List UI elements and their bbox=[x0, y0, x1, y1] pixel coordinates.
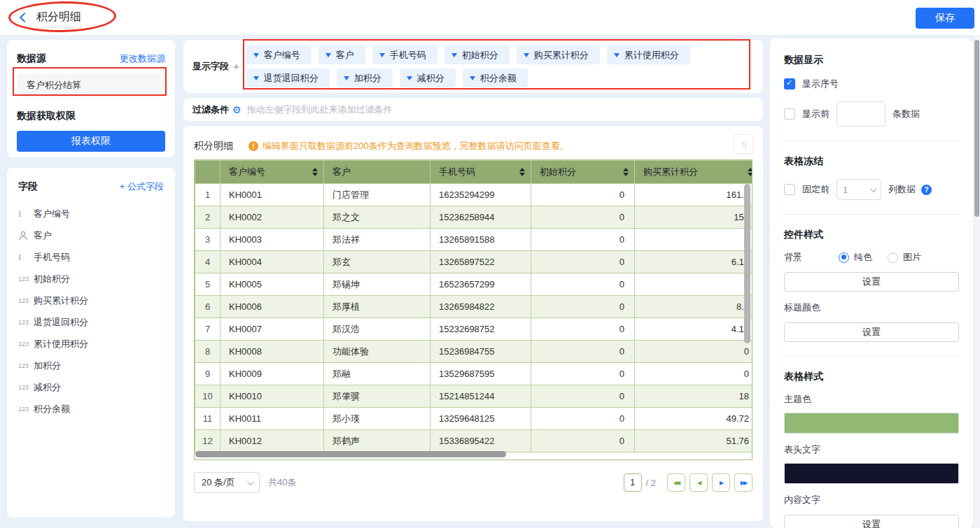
table-cell: 18 bbox=[635, 385, 753, 408]
content-text-set-button[interactable]: 设置 bbox=[784, 515, 959, 528]
first-page-button[interactable]: ◀◀ bbox=[667, 473, 685, 492]
help-icon[interactable]: ? bbox=[921, 185, 932, 195]
background-set-button[interactable]: 设置 bbox=[784, 272, 959, 292]
display-field-chip[interactable]: 积分余额 bbox=[463, 69, 528, 87]
horizontal-scrollbar[interactable] bbox=[195, 451, 506, 457]
show-first-checkbox[interactable] bbox=[784, 108, 795, 120]
chevron-down-icon[interactable] bbox=[379, 53, 385, 57]
freeze-columns-checkbox[interactable] bbox=[784, 184, 795, 195]
table-cell: 13529687595 bbox=[430, 363, 531, 385]
table-cell: 郑玄 bbox=[324, 251, 430, 273]
field-item[interactable]: 123 购买累计积分 bbox=[18, 290, 164, 311]
table-row: 1KH0001门店管理162352942990161.2 bbox=[195, 184, 753, 206]
table-cell: 0 bbox=[635, 363, 753, 385]
column-header[interactable]: 初始积分 bbox=[531, 161, 635, 184]
display-field-chip[interactable]: 初始积分 bbox=[444, 45, 510, 64]
report-permission-button[interactable]: 报表权限 bbox=[17, 131, 165, 152]
display-field-chip[interactable]: 客户编号 bbox=[246, 45, 312, 64]
header-text-label: 表头文字 bbox=[784, 443, 959, 456]
filter-card[interactable]: 过滤条件 ⚙ 拖动左侧字段到此处来添加过滤条件 bbox=[183, 98, 763, 121]
index-column-header bbox=[195, 161, 220, 184]
display-field-chip[interactable]: 退货退回积分 bbox=[246, 69, 330, 87]
title-color-set-button[interactable]: 设置 bbox=[784, 322, 959, 342]
display-field-chip[interactable]: 客户 bbox=[318, 45, 365, 64]
table-cell: 15236258944 bbox=[430, 206, 531, 229]
datasource-name[interactable]: 客户积分结算 bbox=[17, 73, 165, 97]
row-index: 7 bbox=[195, 318, 220, 341]
chevron-down-icon bbox=[247, 478, 254, 485]
chevron-down-icon[interactable] bbox=[253, 53, 259, 57]
chevron-down-icon[interactable] bbox=[344, 76, 349, 80]
filter-gear-icon[interactable]: ⚙ bbox=[232, 104, 241, 115]
display-field-chip[interactable]: 购买累计积分 bbox=[517, 45, 600, 64]
chevron-down-icon[interactable] bbox=[253, 76, 259, 80]
table-row: 2KH0002郑之文152362589440150 bbox=[195, 206, 753, 229]
chevron-down-icon[interactable] bbox=[326, 53, 331, 57]
next-page-button[interactable]: ▶ bbox=[712, 473, 730, 492]
sort-arrows-icon[interactable] bbox=[623, 168, 629, 176]
vertical-scrollbar[interactable] bbox=[744, 184, 750, 343]
chevron-down-icon[interactable] bbox=[451, 53, 457, 57]
chevron-down-icon[interactable] bbox=[614, 53, 620, 57]
sort-arrows-icon[interactable] bbox=[519, 168, 525, 176]
table-row: 11KH0011郑小瑛13259648125049.72 bbox=[195, 408, 753, 430]
field-label: 手机号码 bbox=[34, 251, 70, 264]
last-page-button[interactable]: ▶▶ bbox=[734, 473, 752, 492]
chevron-down-icon[interactable] bbox=[524, 53, 529, 57]
chevron-down-icon[interactable] bbox=[470, 76, 475, 80]
sort-arrows-icon[interactable] bbox=[312, 168, 318, 176]
column-header[interactable]: 客户 bbox=[324, 161, 430, 184]
save-button[interactable]: 保存 bbox=[916, 8, 974, 29]
solid-color-radio[interactable] bbox=[839, 252, 849, 263]
table-row: 9KH0009郑融1352968759500 bbox=[195, 363, 753, 385]
field-item[interactable]: I 手机号码 bbox=[18, 246, 164, 268]
chip-label: 客户 bbox=[336, 49, 354, 62]
row-index: 8 bbox=[195, 341, 220, 363]
table-row: 7KH0007郑汉浩1523269875204.12 bbox=[195, 318, 753, 341]
page-size-value: 20 条/页 bbox=[202, 476, 235, 489]
field-item[interactable]: 123 累计使用积分 bbox=[18, 333, 164, 355]
field-item[interactable]: 123 减积分 bbox=[18, 376, 164, 398]
change-datasource-link[interactable]: 更改数据源 bbox=[120, 52, 165, 65]
add-display-field-button[interactable]: + bbox=[233, 45, 239, 87]
image-radio[interactable] bbox=[888, 252, 898, 263]
current-page-input[interactable]: 1 bbox=[624, 473, 642, 492]
chip-label: 加积分 bbox=[354, 72, 382, 85]
column-header[interactable]: 手机号码 bbox=[430, 161, 531, 184]
back-chevron-icon[interactable] bbox=[20, 13, 29, 22]
field-item[interactable]: I 客户编号 bbox=[18, 203, 164, 224]
chip-label: 初始积分 bbox=[462, 49, 498, 62]
column-header[interactable]: 客户编号 bbox=[220, 161, 324, 184]
field-item[interactable]: 123 初始积分 bbox=[18, 268, 164, 290]
table-wrapper: 客户编号客户手机号码初始积分购买累计积分 1KH0001门店管理16235294… bbox=[194, 159, 752, 460]
freeze-count-select[interactable]: 1 bbox=[836, 179, 881, 200]
number-field-icon: 123 bbox=[18, 362, 34, 369]
display-field-chip[interactable]: 累计使用积分 bbox=[607, 45, 690, 64]
data-table: 客户编号客户手机号码初始积分购买累计积分 1KH0001门店管理16235294… bbox=[195, 160, 752, 452]
table-cell: 郑锡坤 bbox=[324, 273, 430, 296]
field-label: 客户 bbox=[34, 229, 52, 242]
sort-toggle-button[interactable]: ↑↓ bbox=[734, 134, 753, 154]
chevron-down-icon[interactable] bbox=[407, 76, 412, 80]
field-item[interactable]: 123 加积分 bbox=[18, 355, 164, 376]
field-item[interactable]: 客户 bbox=[18, 224, 164, 246]
prev-page-button[interactable]: ◀ bbox=[690, 473, 708, 492]
window-scrollbar-thumb[interactable] bbox=[974, 40, 979, 217]
row-index: 6 bbox=[195, 296, 220, 318]
field-item[interactable]: 123 积分余额 bbox=[18, 398, 164, 420]
display-field-chip[interactable]: 手机号码 bbox=[372, 45, 438, 64]
sort-arrows-icon[interactable] bbox=[748, 168, 752, 176]
show-index-checkbox[interactable] bbox=[784, 78, 795, 90]
page-size-select[interactable]: 20 条/页 bbox=[194, 472, 260, 493]
row-limit-input[interactable] bbox=[836, 101, 886, 127]
add-formula-field-link[interactable]: + 公式字段 bbox=[120, 180, 164, 193]
image-label: 图片 bbox=[903, 251, 921, 264]
column-header[interactable]: 购买累计积分 bbox=[635, 161, 753, 184]
display-field-chip[interactable]: 加积分 bbox=[337, 69, 393, 87]
table-row: 3KH0003郑法祥1326589158800 bbox=[195, 229, 753, 251]
chip-label: 手机号码 bbox=[390, 49, 426, 62]
display-field-chip[interactable]: 减积分 bbox=[400, 69, 456, 87]
header-text-color-swatch[interactable] bbox=[784, 463, 959, 484]
field-item[interactable]: 123 退货退回积分 bbox=[18, 311, 164, 333]
theme-color-swatch[interactable] bbox=[784, 413, 959, 434]
